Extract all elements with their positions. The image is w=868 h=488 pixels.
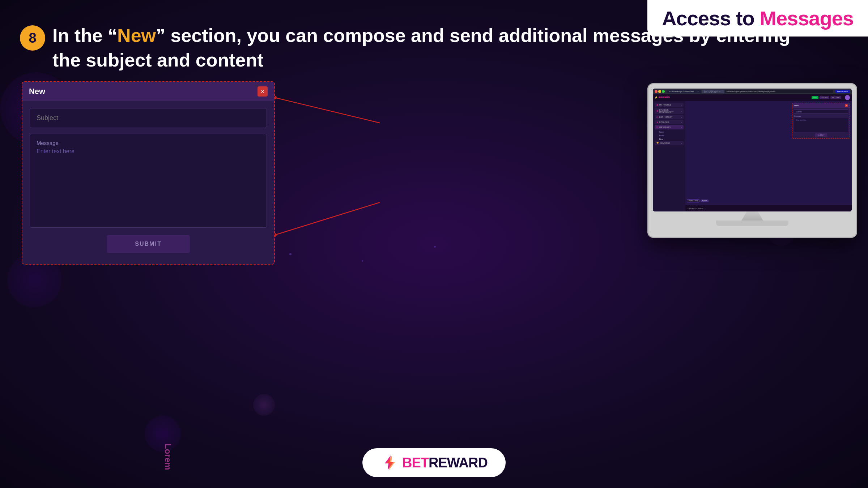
mini-logo: ⚡ REWARD xyxy=(655,96,670,99)
submit-button[interactable]: SUBMIT xyxy=(107,235,190,253)
betreward-logo: BETREWARD xyxy=(362,448,506,477)
mini-sidebar-balance[interactable]: ⚙ BALANCE MANAGEMENT › xyxy=(655,108,684,114)
modal-title: New xyxy=(29,87,45,96)
mini-featured-bar: FEATURED GAMES xyxy=(685,205,852,211)
mini-message-placeholder: Enter text here xyxy=(796,119,807,121)
dot-3 xyxy=(434,246,436,248)
mini-inbox-item[interactable]: Inbox xyxy=(658,130,684,134)
mini-new-item[interactable]: New xyxy=(658,137,684,141)
mini-subject-field[interactable]: Subject xyxy=(794,110,848,114)
dot-2 xyxy=(362,260,363,262)
message-label: Message xyxy=(37,140,260,146)
bg-decoration-6 xyxy=(253,394,275,416)
step-text: In the “New” section, you can compose an… xyxy=(52,23,790,72)
mini-message-field[interactable]: Enter text here xyxy=(794,118,848,132)
step-text-before: In the “ xyxy=(52,25,117,46)
mini-promo-input[interactable]: Promo Code xyxy=(687,199,699,202)
betreward-brand-text: BETREWARD xyxy=(402,455,488,471)
mini-sidebar-bonuses[interactable]: ★ BONUSES › xyxy=(655,120,684,124)
svg-line-2 xyxy=(275,202,380,235)
mini-sidebar-profile[interactable]: ◉ MY PROFILE › xyxy=(655,103,684,107)
monitor: Online Betting & Casino Game... × جستجوی… xyxy=(647,83,857,238)
betreward-icon xyxy=(380,454,398,471)
mini-apply-btn[interactable]: APPLY xyxy=(701,200,709,202)
mini-fresh-update-btn[interactable]: Fresh Update xyxy=(835,90,850,93)
mini-compose-modal: New × Subject Message Enter text here SU… xyxy=(792,103,850,139)
mini-main-content: New × Subject Message Enter text here SU… xyxy=(685,101,852,211)
bet-text: BET xyxy=(402,455,429,470)
step-text-after: ” section, you can compose and send addi… xyxy=(156,25,790,46)
svg-marker-5 xyxy=(386,455,395,470)
modal-body: Message Enter text here SUBMIT xyxy=(22,101,274,264)
mini-tab2-label: جستجوی گوگل - نتایج... xyxy=(704,90,722,93)
reward-text: REWARD xyxy=(429,455,488,470)
mini-url-text: betreward.vip/en/profile-openAccount=mes… xyxy=(727,90,775,93)
monitor-base xyxy=(716,221,788,226)
modal-close-button[interactable]: × xyxy=(258,86,268,97)
mini-submit-btn[interactable]: SUBMIT xyxy=(815,133,827,137)
step-text-highlight: New xyxy=(117,25,156,46)
mini-window-controls xyxy=(655,90,665,93)
mini-promo-area: Promo Code APPLY xyxy=(685,197,794,204)
mini-inactive-tab[interactable]: جستجوی گوگل - نتایج... xyxy=(702,90,724,93)
mini-filters-item[interactable]: Filters xyxy=(658,134,684,137)
mini-url-bar[interactable]: betreward.vip/en/profile-openAccount=mes… xyxy=(725,90,833,93)
mini-close-btn[interactable] xyxy=(655,90,658,93)
mini-active-tab[interactable]: Online Betting & Casino Game... × xyxy=(667,90,701,93)
mini-modal-bar: New × xyxy=(792,103,850,108)
mini-sidebar-rewards[interactable]: 🏆 REWARDS › xyxy=(655,141,684,145)
mini-casino-btn[interactable]: CASINO xyxy=(820,96,829,99)
mini-tab-label: Online Betting & Casino Game... xyxy=(669,90,695,93)
lorem-decoration: Lorem xyxy=(163,444,173,470)
mini-modal-title: New xyxy=(794,104,799,107)
mini-minimize-btn[interactable] xyxy=(658,90,661,93)
mini-site-header: ⚡ REWARD LIVE CASINO BETTING xyxy=(653,94,852,101)
mini-bet-btn[interactable]: BETTING xyxy=(830,96,841,99)
dot-1 xyxy=(289,253,292,255)
mini-live-btn[interactable]: LIVE xyxy=(812,96,818,99)
mini-message-label: Message xyxy=(794,115,848,117)
mini-tab-close[interactable]: × xyxy=(697,90,699,93)
mini-modal-close-btn[interactable]: × xyxy=(845,104,848,107)
message-placeholder-text: Enter text here xyxy=(37,148,260,155)
mini-nav-items: LIVE CASINO BETTING xyxy=(812,96,841,99)
step-instruction: 8 In the “New” section, you can compose … xyxy=(20,23,868,72)
mini-featured-label: FEATURED GAMES xyxy=(687,207,703,210)
monitor-neck xyxy=(741,211,763,221)
modal-title-bar: New × xyxy=(22,82,274,101)
step-number: 8 xyxy=(20,25,45,51)
mini-maximize-btn[interactable] xyxy=(662,90,665,93)
monitor-screen: Online Betting & Casino Game... × جستجوی… xyxy=(653,89,852,211)
mini-sidebar-bet-history[interactable]: ◎ BET HISTORY › xyxy=(655,115,684,119)
mini-user-avatar[interactable] xyxy=(845,95,850,100)
mini-browser-bar: Online Betting & Casino Game... × جستجوی… xyxy=(653,89,852,94)
computer-display: Online Betting & Casino Game... × جستجوی… xyxy=(647,83,857,238)
step-text-line2: the subject and content xyxy=(52,50,264,70)
mini-site-body: ◉ MY PROFILE › ⚙ BALANCE MANAGEMENT › ◎ … xyxy=(653,101,852,211)
subject-input[interactable] xyxy=(30,108,267,128)
mini-modal-body: Subject Message Enter text here SUBMIT xyxy=(792,108,850,138)
mini-messages-submenu: Inbox Filters New xyxy=(655,130,684,141)
svg-line-0 xyxy=(275,98,380,123)
mini-sidebar: ◉ MY PROFILE › ⚙ BALANCE MANAGEMENT › ◎ … xyxy=(653,101,685,211)
mini-sidebar-messages[interactable]: ✉ MESSAGES ‹ xyxy=(655,125,684,129)
compose-modal: New × Message Enter text here SUBMIT xyxy=(22,81,275,265)
